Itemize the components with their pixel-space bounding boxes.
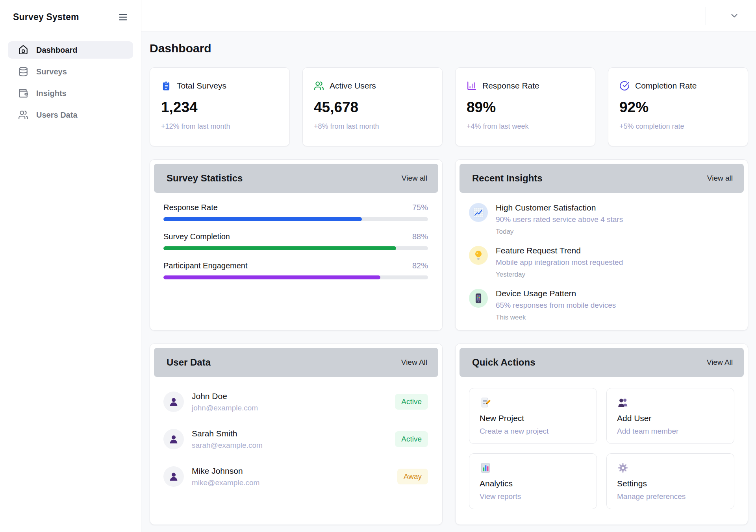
user-data-panel: User Data View All John Doe john@example… — [150, 344, 443, 525]
metric-label: Response Rate — [163, 203, 218, 212]
analytics-chart-icon — [480, 462, 586, 474]
sidebar-item-label: Dashboard — [36, 46, 77, 55]
hamburger-menu-button[interactable] — [116, 10, 130, 24]
memo-icon — [480, 397, 586, 408]
insight-description: Mobile app integration most requested — [496, 258, 623, 267]
main-content: Dashboard Total Surveys 1,234 +12% from … — [141, 32, 756, 532]
new-project-action[interactable]: New Project Create a new project — [469, 388, 597, 444]
app-title: Survey System — [13, 12, 79, 22]
status-badge: Active — [395, 394, 428, 410]
insight-title: Feature Request Trend — [496, 246, 623, 255]
panel-row-1: Survey Statistics View all Response Rate… — [150, 159, 748, 331]
quick-actions-panel: Quick Actions View All New Project Creat… — [455, 344, 748, 525]
action-subtitle: Create a new project — [480, 427, 586, 436]
metric-participant-engagement: Participant Engagement 82% — [163, 261, 428, 279]
stat-label: Total Surveys — [177, 81, 226, 91]
user-name: John Doe — [192, 392, 258, 401]
avatar — [163, 392, 184, 412]
panel-row-2: User Data View All John Doe john@example… — [150, 344, 748, 525]
stat-delta: +5% completion rate — [619, 122, 737, 131]
sidebar-nav: Dashboard Surveys Insights Users Data — [0, 41, 141, 124]
circle-check-icon — [619, 81, 630, 91]
action-subtitle: Add team member — [617, 427, 724, 436]
action-subtitle: Manage preferences — [617, 492, 724, 501]
topbar-divider — [706, 7, 706, 25]
insight-item: Feature Request Trend Mobile app integra… — [469, 246, 734, 279]
progress-fill — [163, 217, 362, 221]
view-all-link[interactable]: View all — [402, 174, 427, 183]
gear-icon — [617, 462, 724, 474]
progress-track — [163, 246, 428, 250]
user-row: Sarah Smith sarah@example.com Active — [163, 426, 428, 451]
sidebar-item-users-data[interactable]: Users Data — [8, 106, 133, 124]
action-title: Settings — [617, 479, 724, 488]
view-all-link[interactable]: View All — [707, 358, 733, 367]
user-name: Sarah Smith — [192, 429, 263, 438]
progress-track — [163, 217, 428, 221]
add-user-action[interactable]: Add User Add team member — [606, 388, 734, 444]
progress-track — [163, 275, 428, 279]
survey-statistics-panel: Survey Statistics View all Response Rate… — [150, 159, 443, 331]
metric-label: Survey Completion — [163, 232, 230, 241]
progress-fill — [163, 275, 380, 279]
chart-increasing-icon — [469, 203, 488, 222]
sidebar-item-dashboard[interactable]: Dashboard — [8, 41, 133, 59]
user-row: John Doe john@example.com Active — [163, 389, 428, 413]
wallet-icon — [18, 88, 28, 98]
status-badge: Away — [397, 469, 428, 484]
add-user-icon — [617, 397, 724, 408]
stat-card-active-users: Active Users 45,678 +8% from last month — [302, 67, 443, 146]
action-subtitle: View reports — [480, 492, 586, 501]
recent-insights-panel: Recent Insights View all High Customer S… — [455, 159, 748, 331]
insight-item: High Customer Satisfaction 90% users rat… — [469, 203, 734, 236]
avatar — [163, 429, 184, 449]
chevron-down-icon — [729, 11, 739, 21]
progress-fill — [163, 246, 396, 250]
stat-label: Active Users — [330, 81, 376, 91]
sidebar-item-insights[interactable]: Insights — [8, 85, 133, 102]
action-title: New Project — [480, 414, 586, 423]
user-email: john@example.com — [192, 404, 258, 412]
user-menu-button[interactable] — [729, 11, 739, 21]
stat-value: 92% — [619, 99, 737, 116]
sidebar-item-label: Users Data — [36, 111, 78, 120]
insight-description: 90% users rated service above 4 stars — [496, 215, 623, 224]
user-name: Mike Johnson — [192, 466, 259, 476]
panel-title: Quick Actions — [472, 357, 535, 368]
action-title: Add User — [617, 414, 724, 423]
stat-label: Completion Rate — [635, 81, 697, 91]
panel-title: User Data — [167, 357, 211, 368]
hamburger-icon — [118, 12, 128, 22]
sidebar-item-surveys[interactable]: Surveys — [8, 63, 133, 80]
stat-label: Response Rate — [482, 81, 539, 91]
users-icon — [18, 110, 28, 120]
insight-item: Device Usage Pattern 65% responses from … — [469, 289, 734, 321]
insight-time: Today — [496, 228, 623, 236]
view-all-link[interactable]: View All — [401, 358, 427, 367]
user-email: mike@example.com — [192, 478, 259, 487]
users-icon — [314, 81, 324, 91]
analytics-action[interactable]: Analytics View reports — [469, 453, 597, 509]
topbar — [141, 0, 756, 31]
metric-label: Participant Engagement — [163, 261, 247, 270]
page-title: Dashboard — [150, 41, 748, 55]
insight-description: 65% responses from mobile devices — [496, 301, 616, 310]
settings-action[interactable]: Settings Manage preferences — [606, 453, 734, 509]
metric-percent: 75% — [412, 203, 428, 212]
user-email: sarah@example.com — [192, 441, 263, 450]
panel-title: Recent Insights — [472, 173, 543, 184]
status-badge: Active — [395, 431, 428, 447]
avatar — [163, 466, 184, 487]
insight-title: High Customer Satisfaction — [496, 203, 623, 212]
sidebar: Survey System Dashboard Surveys Insights — [0, 0, 141, 532]
sidebar-header: Survey System — [0, 0, 141, 24]
stat-delta: +8% from last month — [314, 122, 431, 131]
metric-response-rate: Response Rate 75% — [163, 203, 428, 221]
metric-percent: 88% — [412, 232, 428, 241]
metric-percent: 82% — [412, 261, 428, 270]
panel-title: Survey Statistics — [167, 173, 243, 184]
stat-delta: +12% from last month — [161, 122, 278, 131]
view-all-link[interactable]: View all — [707, 174, 733, 183]
stat-value: 89% — [467, 99, 584, 116]
light-bulb-icon — [469, 246, 488, 265]
